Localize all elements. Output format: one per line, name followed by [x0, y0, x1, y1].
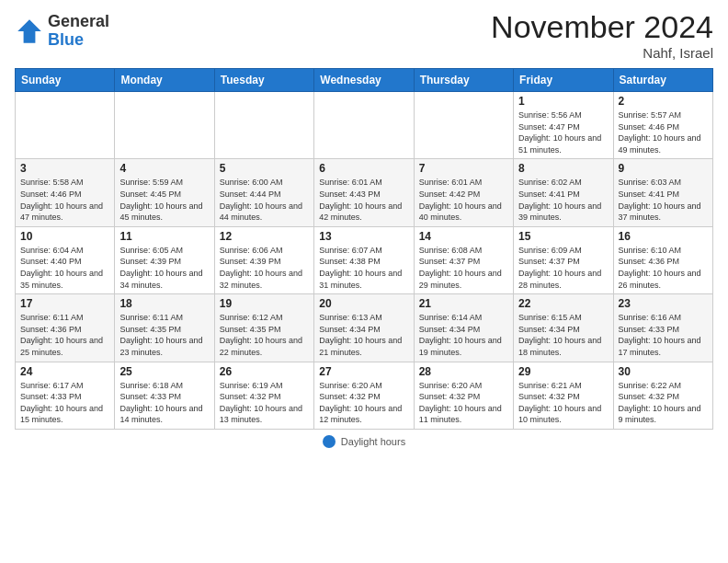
- header-tuesday: Tuesday: [214, 69, 313, 92]
- day-info: Sunrise: 6:20 AM Sunset: 4:32 PM Dayligh…: [419, 380, 508, 426]
- calendar-cell: 9Sunrise: 6:03 AM Sunset: 4:41 PM Daylig…: [613, 159, 712, 226]
- calendar-cell: 7Sunrise: 6:01 AM Sunset: 4:42 PM Daylig…: [414, 159, 513, 226]
- header-monday: Monday: [115, 69, 214, 92]
- day-number: 29: [518, 365, 608, 378]
- header-wednesday: Wednesday: [314, 69, 414, 92]
- header-row: Sunday Monday Tuesday Wednesday Thursday…: [16, 69, 713, 92]
- header-sunday: Sunday: [16, 69, 115, 92]
- header-saturday: Saturday: [613, 69, 712, 92]
- svg-marker-0: [17, 19, 41, 43]
- footer-label: Daylight hours: [341, 436, 405, 447]
- day-info: Sunrise: 5:59 AM Sunset: 4:45 PM Dayligh…: [119, 177, 209, 223]
- day-info: Sunrise: 6:01 AM Sunset: 4:43 PM Dayligh…: [319, 177, 408, 223]
- calendar-week-3: 10Sunrise: 6:04 AM Sunset: 4:40 PM Dayli…: [16, 226, 713, 293]
- day-number: 26: [220, 365, 309, 378]
- calendar-cell: [214, 92, 313, 159]
- day-number: 4: [119, 162, 209, 175]
- calendar-cell: 8Sunrise: 6:02 AM Sunset: 4:41 PM Daylig…: [514, 159, 613, 226]
- day-number: 10: [20, 230, 109, 243]
- day-info: Sunrise: 6:03 AM Sunset: 4:41 PM Dayligh…: [619, 177, 708, 223]
- logo-icon: [15, 17, 44, 46]
- calendar-cell: 5Sunrise: 6:00 AM Sunset: 4:44 PM Daylig…: [214, 159, 313, 226]
- day-number: 19: [220, 297, 309, 310]
- calendar-week-2: 3Sunrise: 5:58 AM Sunset: 4:46 PM Daylig…: [16, 159, 713, 226]
- day-number: 28: [419, 365, 508, 378]
- day-number: 18: [119, 297, 209, 310]
- header-friday: Friday: [514, 69, 613, 92]
- calendar-cell: 3Sunrise: 5:58 AM Sunset: 4:46 PM Daylig…: [16, 159, 115, 226]
- day-number: 22: [518, 297, 608, 310]
- day-number: 7: [419, 162, 508, 175]
- calendar-cell: 4Sunrise: 5:59 AM Sunset: 4:45 PM Daylig…: [115, 159, 214, 226]
- calendar-cell: 6Sunrise: 6:01 AM Sunset: 4:43 PM Daylig…: [314, 159, 414, 226]
- day-info: Sunrise: 6:08 AM Sunset: 4:37 PM Dayligh…: [419, 245, 508, 291]
- day-number: 24: [20, 365, 109, 378]
- calendar-cell: 29Sunrise: 6:21 AM Sunset: 4:32 PM Dayli…: [514, 362, 613, 429]
- day-info: Sunrise: 6:07 AM Sunset: 4:38 PM Dayligh…: [319, 245, 408, 291]
- day-info: Sunrise: 6:09 AM Sunset: 4:37 PM Dayligh…: [518, 245, 608, 291]
- day-info: Sunrise: 6:18 AM Sunset: 4:33 PM Dayligh…: [119, 380, 209, 426]
- calendar-cell: 27Sunrise: 6:20 AM Sunset: 4:32 PM Dayli…: [314, 362, 414, 429]
- day-info: Sunrise: 6:01 AM Sunset: 4:42 PM Dayligh…: [419, 177, 508, 223]
- calendar-cell: [314, 92, 414, 159]
- day-number: 6: [319, 162, 408, 175]
- calendar-cell: 25Sunrise: 6:18 AM Sunset: 4:33 PM Dayli…: [115, 362, 214, 429]
- day-info: Sunrise: 6:14 AM Sunset: 4:34 PM Dayligh…: [419, 312, 508, 358]
- day-info: Sunrise: 6:02 AM Sunset: 4:41 PM Dayligh…: [518, 177, 608, 223]
- day-number: 21: [419, 297, 508, 310]
- day-info: Sunrise: 5:57 AM Sunset: 4:46 PM Dayligh…: [619, 109, 708, 155]
- calendar-cell: 18Sunrise: 6:11 AM Sunset: 4:35 PM Dayli…: [115, 294, 214, 362]
- day-number: 23: [619, 297, 708, 310]
- day-info: Sunrise: 6:11 AM Sunset: 4:36 PM Dayligh…: [20, 312, 109, 358]
- logo: General Blue: [15, 13, 109, 50]
- calendar-cell: 2Sunrise: 5:57 AM Sunset: 4:46 PM Daylig…: [613, 92, 712, 159]
- day-info: Sunrise: 6:17 AM Sunset: 4:33 PM Dayligh…: [20, 380, 109, 426]
- calendar-cell: 21Sunrise: 6:14 AM Sunset: 4:34 PM Dayli…: [414, 294, 513, 362]
- calendar-cell: 13Sunrise: 6:07 AM Sunset: 4:38 PM Dayli…: [314, 226, 414, 293]
- calendar-table: Sunday Monday Tuesday Wednesday Thursday…: [15, 68, 713, 430]
- day-number: 30: [619, 365, 708, 378]
- day-info: Sunrise: 6:05 AM Sunset: 4:39 PM Dayligh…: [119, 245, 209, 291]
- day-number: 2: [619, 95, 708, 108]
- day-number: 9: [619, 162, 708, 175]
- day-number: 20: [319, 297, 408, 310]
- day-info: Sunrise: 6:10 AM Sunset: 4:36 PM Dayligh…: [619, 245, 708, 291]
- day-info: Sunrise: 6:06 AM Sunset: 4:39 PM Dayligh…: [220, 245, 309, 291]
- calendar-cell: [115, 92, 214, 159]
- header: General Blue November 2024 Nahf, Israel: [15, 9, 713, 61]
- logo-line1: General: [48, 13, 109, 31]
- day-info: Sunrise: 5:58 AM Sunset: 4:46 PM Dayligh…: [20, 177, 109, 223]
- day-number: 13: [319, 230, 408, 243]
- calendar-cell: 22Sunrise: 6:15 AM Sunset: 4:34 PM Dayli…: [514, 294, 613, 362]
- calendar-cell: [414, 92, 513, 159]
- calendar-cell: [16, 92, 115, 159]
- logo-line2: Blue: [48, 31, 109, 50]
- day-number: 8: [518, 162, 608, 175]
- day-number: 11: [119, 230, 209, 243]
- footer: Daylight hours: [15, 435, 713, 448]
- day-number: 16: [619, 230, 708, 243]
- calendar-cell: 26Sunrise: 6:19 AM Sunset: 4:32 PM Dayli…: [214, 362, 313, 429]
- calendar-cell: 11Sunrise: 6:05 AM Sunset: 4:39 PM Dayli…: [115, 226, 214, 293]
- day-info: Sunrise: 6:16 AM Sunset: 4:33 PM Dayligh…: [619, 312, 708, 358]
- day-number: 17: [20, 297, 109, 310]
- calendar-cell: 20Sunrise: 6:13 AM Sunset: 4:34 PM Dayli…: [314, 294, 414, 362]
- calendar-cell: 1Sunrise: 5:56 AM Sunset: 4:47 PM Daylig…: [514, 92, 613, 159]
- calendar-cell: 30Sunrise: 6:22 AM Sunset: 4:32 PM Dayli…: [613, 362, 712, 429]
- day-info: Sunrise: 5:56 AM Sunset: 4:47 PM Dayligh…: [518, 109, 608, 155]
- day-number: 12: [220, 230, 309, 243]
- day-info: Sunrise: 6:11 AM Sunset: 4:35 PM Dayligh…: [119, 312, 209, 358]
- calendar-cell: 23Sunrise: 6:16 AM Sunset: 4:33 PM Dayli…: [613, 294, 712, 362]
- day-info: Sunrise: 6:00 AM Sunset: 4:44 PM Dayligh…: [220, 177, 309, 223]
- logo-text: General Blue: [48, 13, 109, 50]
- day-number: 14: [419, 230, 508, 243]
- day-number: 3: [20, 162, 109, 175]
- footer-dot-icon: [323, 435, 336, 448]
- calendar-cell: 24Sunrise: 6:17 AM Sunset: 4:33 PM Dayli…: [16, 362, 115, 429]
- calendar-cell: 12Sunrise: 6:06 AM Sunset: 4:39 PM Dayli…: [214, 226, 313, 293]
- calendar-cell: 15Sunrise: 6:09 AM Sunset: 4:37 PM Dayli…: [514, 226, 613, 293]
- day-info: Sunrise: 6:20 AM Sunset: 4:32 PM Dayligh…: [319, 380, 408, 426]
- day-number: 5: [220, 162, 309, 175]
- day-info: Sunrise: 6:12 AM Sunset: 4:35 PM Dayligh…: [220, 312, 309, 358]
- day-info: Sunrise: 6:19 AM Sunset: 4:32 PM Dayligh…: [220, 380, 309, 426]
